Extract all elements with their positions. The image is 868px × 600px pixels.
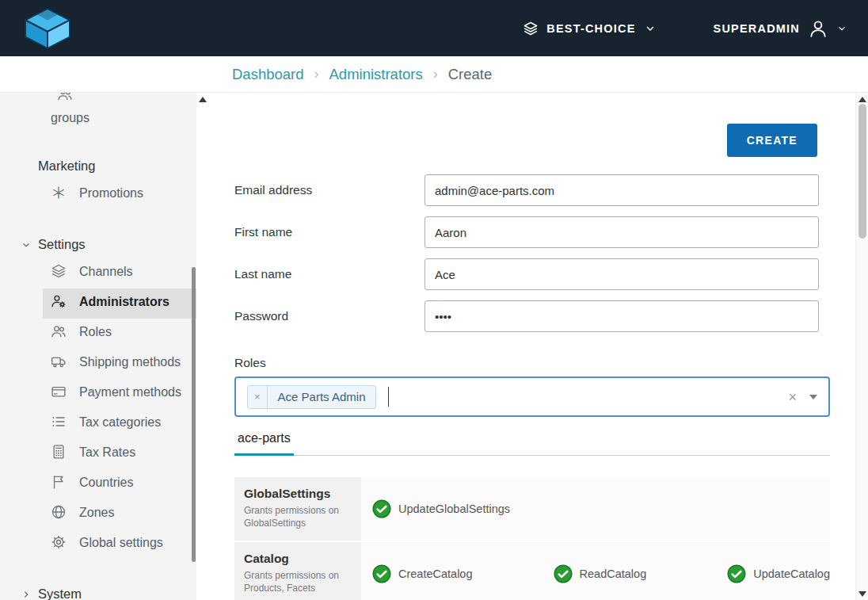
- permissions-table: GlobalSettings Grants permissions on Glo…: [234, 477, 830, 600]
- sidebar-item-label: Global settings: [79, 536, 163, 549]
- permission-item: UpdateGlobalSettings: [372, 499, 510, 518]
- administrator-form: Email address First name Last name Passw…: [234, 174, 830, 600]
- app-logo[interactable]: [21, 6, 74, 51]
- roles-select[interactable]: × Ace Parts Admin ×: [234, 376, 830, 417]
- sidebar-item-shipping-methods[interactable]: Shipping methods: [43, 349, 196, 379]
- main-scrollbar[interactable]: [855, 93, 868, 600]
- check-circle-icon: [372, 499, 391, 518]
- scroll-up-arrow-icon[interactable]: [858, 97, 866, 102]
- password-label: Password: [234, 309, 424, 323]
- administrator-icon: [51, 293, 67, 315]
- permissions-tabs: ace-parts: [234, 430, 830, 456]
- breadcrumb-separator: ›: [433, 66, 438, 82]
- sidebar-item-countries[interactable]: Countries: [43, 469, 196, 499]
- create-button[interactable]: CREATE: [727, 124, 817, 157]
- sidebar-section-settings[interactable]: Settings: [0, 237, 196, 252]
- sidebar-item-label: groups: [51, 111, 89, 124]
- sidebar-item-label: Administrators: [79, 295, 169, 308]
- globe-icon: [51, 504, 67, 525]
- sidebar-item-label: Shipping methods: [79, 355, 181, 369]
- breadcrumb-create: Create: [448, 66, 493, 83]
- permission-label: ReadCatalog: [580, 568, 647, 580]
- sidebar-item-label: Roles: [79, 325, 112, 338]
- sidebar-item-label: Zones: [79, 506, 114, 519]
- sidebar-scrollbar-thumb[interactable]: [192, 267, 196, 562]
- roles-label: Roles: [234, 356, 830, 370]
- password-field[interactable]: [424, 300, 819, 332]
- section-title-label: System: [38, 587, 82, 600]
- breadcrumb-bar: Dashboard › Administrators › Create: [0, 56, 868, 93]
- last-name-field[interactable]: [424, 258, 819, 290]
- layers-icon: [51, 263, 67, 285]
- sidebar-item-channels[interactable]: Channels: [43, 258, 196, 289]
- permission-label: UpdateCatalog: [753, 568, 830, 580]
- asterisk-icon: [51, 185, 67, 206]
- chevron-down-icon: [644, 22, 657, 35]
- chevron-right-icon: [21, 588, 32, 600]
- breadcrumb-administrators[interactable]: Administrators: [329, 66, 423, 83]
- role-chip: × Ace Parts Admin: [247, 385, 376, 409]
- user-menu[interactable]: SUPERADMIN: [714, 18, 847, 39]
- scroll-gutter: [196, 93, 209, 600]
- sidebar-item-promotions[interactable]: Promotions: [43, 180, 196, 210]
- sidebar-item-tax-rates[interactable]: Tax Rates: [43, 439, 196, 469]
- email-field[interactable]: [424, 174, 819, 206]
- role-chip-label: Ace Parts Admin: [268, 386, 376, 408]
- cog-icon: [51, 534, 67, 556]
- breadcrumb-separator: ›: [314, 66, 319, 82]
- text-cursor: [388, 387, 389, 407]
- breadcrumb-dashboard[interactable]: Dashboard: [232, 66, 304, 83]
- truck-icon: [51, 354, 67, 375]
- sidebar-item-label: Countries: [79, 476, 133, 489]
- user-icon: [808, 18, 828, 39]
- chip-remove-icon[interactable]: ×: [248, 386, 268, 408]
- first-name-label: First name: [234, 225, 424, 239]
- main-scrollbar-thumb[interactable]: [858, 104, 866, 239]
- sidebar-section-system[interactable]: System: [0, 587, 196, 600]
- last-name-label: Last name: [234, 267, 424, 281]
- scroll-down-arrow-icon[interactable]: [858, 591, 866, 597]
- flag-icon: [51, 474, 67, 495]
- permission-label: CreateCatalog: [398, 568, 473, 580]
- email-label: Email address: [234, 183, 424, 197]
- sidebar-item-payment-methods[interactable]: Payment methods: [43, 379, 196, 409]
- clear-icon[interactable]: ×: [788, 390, 797, 404]
- section-title-label: Settings: [38, 237, 86, 251]
- permission-label: UpdateGlobalSettings: [398, 503, 510, 515]
- layers-icon: [523, 21, 539, 36]
- sidebar-item-label: Channels: [79, 265, 133, 278]
- permission-group-description: Grants permissions on Products, Facets: [244, 569, 353, 594]
- chevron-down-icon[interactable]: [809, 395, 817, 399]
- permission-item: UpdateCatalog: [727, 564, 830, 583]
- user-label: SUPERADMIN: [714, 22, 800, 35]
- sidebar-item-customer-groups[interactable]: groups: [43, 93, 196, 132]
- section-title-label: Marketing: [38, 159, 95, 173]
- channel-switcher[interactable]: BEST-CHOICE: [523, 21, 656, 36]
- users-icon: [57, 93, 190, 108]
- sidebar-item-label: Promotions: [79, 186, 143, 200]
- table-row: GlobalSettings Grants permissions on Glo…: [234, 477, 830, 542]
- chevron-down-icon: [21, 239, 32, 254]
- sidebar: groups Marketing Promotions Settings: [0, 93, 196, 600]
- scroll-up-arrow-icon[interactable]: [199, 97, 207, 102]
- sidebar-item-administrators[interactable]: Administrators: [43, 289, 196, 319]
- tab-ace-parts[interactable]: ace-parts: [234, 430, 294, 456]
- list-icon: [51, 414, 67, 435]
- table-row: Catalog Grants permissions on Products, …: [234, 542, 830, 600]
- sidebar-item-roles[interactable]: Roles: [43, 319, 196, 349]
- permission-item: ReadCatalog: [554, 564, 647, 583]
- check-circle-icon: [727, 564, 746, 583]
- sidebar-item-zones[interactable]: Zones: [43, 499, 196, 529]
- sidebar-item-tax-categories[interactable]: Tax categories: [43, 409, 196, 439]
- permission-group-description: Grants permissions on GlobalSettings: [244, 504, 353, 529]
- sidebar-item-label: Tax categories: [79, 415, 161, 429]
- permission-item: CreateCatalog: [372, 564, 473, 583]
- app-header: BEST-CHOICE SUPERADMIN: [0, 0, 868, 56]
- calculator-icon: [51, 444, 67, 465]
- sidebar-item-global-settings[interactable]: Global settings: [43, 529, 196, 560]
- first-name-field[interactable]: [424, 216, 819, 248]
- check-circle-icon: [554, 564, 573, 583]
- sidebar-item-label: Payment methods: [79, 385, 181, 399]
- main-content: CREATE Email address First name Last nam…: [209, 93, 855, 600]
- check-circle-icon: [372, 564, 391, 583]
